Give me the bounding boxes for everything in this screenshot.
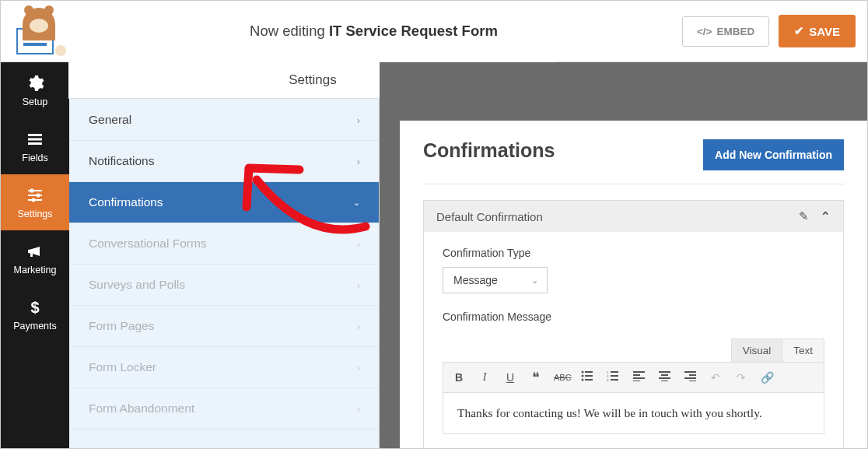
- settings-item-form-pages[interactable]: Form Pages ›: [69, 306, 379, 347]
- left-nav: Setup Fields Settings Marketing $ Paymen…: [1, 62, 69, 449]
- settings-item-form-locker[interactable]: Form Locker ›: [69, 347, 379, 388]
- settings-item-label: Surveys and Polls: [89, 278, 185, 292]
- confirmation-panel: Default Confirmation ✎ ⌃ Confirmation Ty…: [423, 200, 844, 449]
- settings-item-confirmations[interactable]: Confirmations ⌄: [69, 182, 379, 223]
- editing-title: Now editing IT Service Request Form: [65, 23, 682, 40]
- bold-icon[interactable]: B: [451, 371, 467, 384]
- settings-list: General › Notifications › Confirmations …: [69, 100, 379, 430]
- settings-item-conversational-forms[interactable]: Conversational Forms ›: [69, 223, 379, 265]
- strikethrough-icon[interactable]: ABC: [554, 373, 569, 382]
- redo-icon[interactable]: ↷: [733, 371, 749, 384]
- settings-item-label: Form Pages: [89, 319, 154, 333]
- align-left-icon[interactable]: [631, 371, 646, 384]
- nav-payments[interactable]: $ Payments: [1, 286, 69, 342]
- chevron-right-icon: ›: [357, 114, 360, 126]
- panel-title: Default Confirmation: [436, 210, 543, 223]
- chevron-right-icon: ›: [357, 238, 360, 250]
- nav-label: Settings: [17, 209, 52, 219]
- svg-point-5: [30, 188, 34, 192]
- list-icon: [26, 130, 44, 149]
- tab-visual[interactable]: Visual: [731, 339, 783, 362]
- svg-rect-28: [661, 374, 668, 376]
- svg-rect-30: [661, 381, 668, 381]
- align-center-icon[interactable]: [656, 371, 672, 384]
- underline-icon[interactable]: U: [502, 371, 518, 384]
- undo-icon[interactable]: ↶: [708, 371, 723, 384]
- svg-point-13: [582, 375, 584, 377]
- svg-point-11: [582, 371, 584, 374]
- svg-rect-18: [611, 375, 618, 377]
- svg-rect-25: [633, 377, 645, 379]
- svg-rect-14: [585, 375, 593, 377]
- top-header: Now editing IT Service Request Form </> …: [1, 1, 867, 62]
- svg-rect-0: [28, 134, 42, 136]
- svg-rect-27: [659, 371, 670, 373]
- nav-label: Fields: [22, 153, 47, 163]
- link-icon[interactable]: 🔗: [759, 371, 775, 384]
- confirmations-title: Confirmations: [423, 139, 555, 162]
- svg-point-7: [37, 193, 40, 197]
- nav-marketing[interactable]: Marketing: [1, 230, 69, 286]
- save-label: SAVE: [809, 25, 840, 38]
- svg-rect-24: [633, 374, 640, 376]
- add-new-confirmation-button[interactable]: Add New Confirmation: [703, 139, 844, 170]
- settings-item-label: General: [89, 113, 131, 127]
- svg-rect-23: [633, 371, 645, 373]
- confirmations-header: Confirmations Add New Confirmation: [423, 139, 844, 184]
- svg-text:3: 3: [607, 378, 609, 381]
- edit-icon[interactable]: ✎: [799, 209, 809, 223]
- svg-point-15: [582, 379, 584, 381]
- svg-rect-12: [585, 371, 593, 373]
- code-icon: </>: [697, 26, 712, 37]
- svg-rect-29: [659, 377, 670, 379]
- collapse-icon[interactable]: ⌃: [821, 209, 831, 223]
- content-area: Confirmations Add New Confirmation Defau…: [380, 62, 867, 449]
- svg-rect-31: [684, 371, 696, 373]
- chevron-down-icon: ⌄: [353, 198, 360, 208]
- settings-item-label: Confirmations: [89, 195, 163, 209]
- nav-setup[interactable]: Setup: [1, 62, 69, 118]
- settings-item-form-abandonment[interactable]: Form Abandonment ›: [69, 388, 379, 430]
- panel-actions: ✎ ⌃: [799, 209, 831, 223]
- svg-rect-19: [611, 379, 618, 381]
- chevron-right-icon: ›: [357, 279, 360, 291]
- svg-rect-2: [28, 142, 42, 145]
- quote-icon[interactable]: ❝: [528, 369, 544, 386]
- confirmation-panel-header[interactable]: Default Confirmation ✎ ⌃: [424, 201, 843, 232]
- confirmation-message-label: Confirmation Message: [443, 310, 824, 323]
- nav-settings[interactable]: Settings: [1, 174, 69, 230]
- save-button[interactable]: ✔ SAVE: [779, 15, 856, 47]
- confirmation-type-select[interactable]: Message ⌄: [443, 267, 548, 293]
- italic-icon[interactable]: I: [477, 371, 492, 384]
- editor-textarea[interactable]: Thanks for contacting us! We will be in …: [443, 393, 824, 434]
- header-buttons: </> EMBED ✔ SAVE: [682, 15, 856, 47]
- dollar-icon: $: [26, 298, 44, 317]
- nav-fields[interactable]: Fields: [1, 118, 69, 174]
- editor-toolbar: B I U ❝ ABC 123: [443, 362, 824, 393]
- check-icon: ✔: [794, 24, 804, 38]
- bullet-list-icon[interactable]: [579, 370, 595, 384]
- svg-rect-32: [689, 374, 696, 376]
- sliders-icon: [26, 186, 44, 205]
- embed-label: EMBED: [717, 26, 755, 37]
- svg-rect-26: [633, 381, 640, 381]
- number-list-icon[interactable]: 123: [605, 370, 621, 384]
- settings-item-label: Notifications: [89, 154, 154, 168]
- settings-item-general[interactable]: General ›: [69, 100, 379, 141]
- body-wrap: Setup Fields Settings Marketing $ Paymen…: [1, 62, 867, 449]
- chevron-right-icon: ›: [357, 156, 360, 167]
- align-right-icon[interactable]: [682, 371, 698, 384]
- chevron-right-icon: ›: [357, 362, 360, 374]
- svg-rect-17: [611, 371, 618, 373]
- settings-item-surveys-and-polls[interactable]: Surveys and Polls ›: [69, 265, 379, 306]
- tab-text[interactable]: Text: [782, 339, 824, 362]
- embed-button[interactable]: </> EMBED: [682, 16, 769, 47]
- chevron-down-icon: ⌄: [531, 275, 538, 286]
- svg-text:$: $: [30, 299, 39, 316]
- settings-item-notifications[interactable]: Notifications ›: [69, 141, 379, 182]
- nav-label: Payments: [13, 321, 57, 331]
- select-value: Message: [453, 274, 498, 286]
- form-name: IT Service Request Form: [329, 23, 498, 39]
- svg-rect-16: [585, 379, 593, 381]
- chevron-right-icon: ›: [357, 321, 360, 332]
